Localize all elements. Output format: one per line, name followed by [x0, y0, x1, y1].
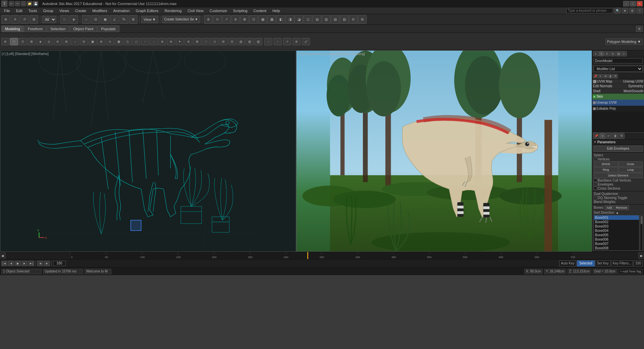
- model-btn-13[interactable]: ⊙: [106, 38, 114, 45]
- modifier-list-dropdown[interactable]: Modifier List: [594, 66, 643, 72]
- mod-cfg-btn[interactable]: ⚙: [603, 74, 608, 79]
- bone-005[interactable]: Bone005: [594, 233, 639, 237]
- bone-002[interactable]: Bone002: [594, 220, 639, 224]
- tb16[interactable]: ◨: [285, 15, 294, 24]
- close-btn[interactable]: ✕: [637, 1, 643, 6]
- model-btn-10[interactable]: ⊟: [80, 38, 88, 45]
- add-time-tag-btn[interactable]: + Add Time Tag: [619, 269, 643, 274]
- bones-remove-btn[interactable]: Remove: [614, 205, 629, 210]
- mod-copy-btn[interactable]: ⧉: [613, 74, 618, 79]
- model-btn-24[interactable]: □: [202, 38, 210, 45]
- tb18[interactable]: ◫: [304, 15, 312, 24]
- cross-sections-checkbox[interactable]: [594, 187, 597, 190]
- tab-freeform[interactable]: Freeform: [24, 26, 47, 32]
- window-crossing-btn[interactable]: ◈: [69, 15, 78, 24]
- model-btn-3[interactable]: ⊡: [19, 38, 27, 45]
- edit-envelopes-btn[interactable]: Edit Envelopes: [594, 146, 643, 152]
- model-btn-16[interactable]: ◻: [132, 38, 140, 45]
- tb21[interactable]: ▧: [331, 15, 339, 24]
- select-btn[interactable]: □: [60, 15, 69, 24]
- model-btn-6[interactable]: ◎: [45, 38, 53, 45]
- menu-edit[interactable]: Edit: [13, 8, 25, 13]
- model-btn-11[interactable]: ▣: [89, 38, 97, 45]
- auto-key-area[interactable]: Auto Key: [559, 260, 576, 266]
- tab-selection[interactable]: Selection: [47, 26, 69, 32]
- model-btn-30[interactable]: ▧: [254, 38, 262, 45]
- save-btn[interactable]: 💾: [33, 1, 38, 6]
- tb24[interactable]: ⊞: [358, 15, 367, 24]
- bone-006[interactable]: Bone006: [594, 237, 639, 242]
- select-filter-dropdown[interactable]: All: [42, 16, 56, 23]
- tab-populate[interactable]: Populate: [97, 26, 119, 32]
- menu-graph-editors[interactable]: Graph Editors: [133, 8, 161, 13]
- bone-007[interactable]: Bone007: [594, 242, 639, 246]
- model-btn-27[interactable]: ⊟: [228, 38, 236, 45]
- mirror-btn[interactable]: ↔: [82, 15, 91, 24]
- bones-list[interactable]: Bone001 Bone002 Bone003 Bone004 Bone005 …: [594, 215, 639, 251]
- timeline-ruler[interactable]: 0 50 100 150 200 250 300 350 400 450 500…: [5, 252, 639, 259]
- angle-snap-btn[interactable]: ∠: [110, 15, 119, 24]
- panel-graph-btn[interactable]: ⊙: [604, 51, 610, 56]
- create-selection-btn[interactable]: Create Selection Se ▼: [162, 16, 201, 23]
- model-btn-29[interactable]: ▥: [246, 38, 254, 45]
- bone-008[interactable]: Bone008: [594, 246, 639, 250]
- model-btn-9[interactable]: ↔: [71, 38, 79, 45]
- tb20[interactable]: ▥: [322, 15, 330, 24]
- vertices-checkbox[interactable]: ✓: [594, 157, 597, 161]
- model-btn-4[interactable]: ⊠: [28, 38, 36, 45]
- param-icon-5[interactable]: ⧉: [619, 133, 625, 139]
- model-btn-7[interactable]: ⊛: [54, 38, 62, 45]
- tb10[interactable]: ⊛: [231, 15, 240, 24]
- tb17[interactable]: ◪: [294, 15, 303, 24]
- menu-help[interactable]: Help: [270, 8, 283, 13]
- snap-toggle-btn[interactable]: ▣: [101, 15, 109, 24]
- timeline-next-btn[interactable]: ►: [639, 252, 644, 259]
- modifier-skin[interactable]: ■ Skin: [592, 94, 644, 100]
- tab-object-paint[interactable]: Object Paint: [70, 26, 97, 32]
- model-btn-23[interactable]: ⊠: [193, 38, 201, 45]
- mod-pin-btn[interactable]: 📌: [593, 74, 598, 79]
- new-btn[interactable]: □: [21, 1, 26, 6]
- prev-frame-btn[interactable]: ◄: [8, 261, 14, 266]
- maximize-btn[interactable]: □: [630, 1, 636, 6]
- param-icon-3[interactable]: ↩: [606, 133, 612, 139]
- undo-btn[interactable]: ↩: [9, 1, 14, 6]
- envelopes-checkbox[interactable]: ✓: [594, 183, 597, 186]
- model-btn-26[interactable]: ⊞: [219, 38, 227, 45]
- menu-rendering[interactable]: Rendering: [162, 8, 184, 13]
- search-input[interactable]: [566, 8, 613, 13]
- model-btn-1[interactable]: ⊕: [1, 38, 9, 45]
- tb12[interactable]: ⊡: [249, 15, 258, 24]
- model-btn-20[interactable]: ⊗: [167, 38, 175, 45]
- mod-list-btn[interactable]: ≡: [598, 74, 603, 79]
- loop-btn[interactable]: Loop: [619, 167, 643, 172]
- view-dropdown-btn[interactable]: View ▼: [141, 16, 158, 23]
- tb11[interactable]: ⊠: [240, 15, 249, 24]
- model-btn-12[interactable]: ⊕: [97, 38, 105, 45]
- key-filters-btn[interactable]: Key Filters...: [611, 260, 633, 266]
- tb23[interactable]: ⊟: [349, 15, 358, 24]
- tb14[interactable]: ▩: [267, 15, 276, 24]
- model-btn-2[interactable]: ⬡: [10, 38, 18, 45]
- menu-group[interactable]: Group: [40, 8, 56, 13]
- model-btn-25[interactable]: ◷: [211, 38, 219, 45]
- settings-btn[interactable]: ⚙: [629, 8, 635, 14]
- timeline-prev-btn[interactable]: ◄: [0, 252, 5, 259]
- next-key-btn[interactable]: ►: [44, 261, 50, 266]
- select-obj-btn[interactable]: ⊕: [1, 15, 10, 24]
- viewport-right[interactable]: [+] [Perspective] [Standard] [Default Sh…: [296, 50, 592, 252]
- menu-customize[interactable]: Customize: [207, 8, 230, 13]
- tb9[interactable]: ↗: [222, 15, 231, 24]
- bone-004[interactable]: Bone004: [594, 229, 639, 233]
- menu-content[interactable]: Content: [251, 8, 269, 13]
- constraint-btn-4[interactable]: ⊕: [292, 38, 301, 45]
- minimize-btn[interactable]: −: [623, 1, 629, 6]
- panel-list-btn[interactable]: ≡: [599, 51, 604, 56]
- shrink-btn[interactable]: Shrink: [594, 161, 618, 167]
- bone-003[interactable]: Bone003: [594, 224, 639, 229]
- panel-anim-btn[interactable]: ▷: [622, 51, 627, 56]
- constraint-btn-2[interactable]: ↑: [274, 38, 282, 45]
- menu-views[interactable]: Views: [57, 8, 72, 13]
- menu-animation[interactable]: Animation: [111, 8, 132, 13]
- bookmark-btn[interactable]: ★: [622, 8, 628, 14]
